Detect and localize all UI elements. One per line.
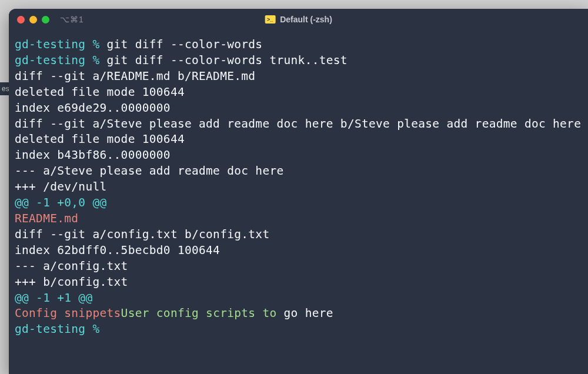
diff-plus-file: +++ /dev/null xyxy=(15,179,582,195)
diff-minus-file: --- a/config.txt xyxy=(15,259,582,275)
traffic-lights xyxy=(17,16,49,24)
window-titlebar[interactable]: ⌥⌘1 >_ Default (-zsh) xyxy=(9,9,588,30)
diff-output: deleted file mode 100644 xyxy=(15,132,582,148)
diff-hunk-header: @@ -1 +1 @@ xyxy=(15,290,582,306)
window-title-text: Default (-zsh) xyxy=(280,15,332,24)
command-text: git diff --color-words xyxy=(99,38,262,51)
prompt-text: gd-testing % xyxy=(15,54,99,67)
terminal-line: gd-testing % xyxy=(15,322,582,338)
diff-minus-file: --- a/Steve please add readme doc here xyxy=(15,163,582,179)
terminal-line: gd-testing % git diff --color-words trun… xyxy=(15,53,582,69)
terminal-content[interactable]: gd-testing % git diff --color-words gd-t… xyxy=(9,30,588,345)
diff-header: diff --git a/config.txt b/config.txt xyxy=(15,227,582,243)
keyboard-shortcut-label: ⌥⌘1 xyxy=(60,15,84,24)
diff-removed: README.md xyxy=(15,211,582,227)
diff-output: index e69de29..0000000 xyxy=(15,101,582,116)
minimize-icon[interactable] xyxy=(29,16,37,24)
diff-output: index 62bdff0..5becbd0 100644 xyxy=(15,243,582,259)
diff-output: deleted file mode 100644 xyxy=(15,85,582,101)
diff-output: index b43bf86..0000000 xyxy=(15,148,582,163)
fullscreen-icon[interactable] xyxy=(42,16,49,24)
diff-hunk-header: @@ -1 +0,0 @@ xyxy=(15,195,582,211)
diff-removed-words: Config snippets xyxy=(15,306,121,320)
diff-context-words: go here xyxy=(277,306,333,320)
diff-header: diff --git a/Steve please add readme doc… xyxy=(15,116,582,132)
terminal-icon: >_ xyxy=(265,15,275,24)
command-text: git diff --color-words trunk..test xyxy=(99,54,347,67)
diff-plus-file: +++ b/config.txt xyxy=(15,275,582,290)
prompt-text: gd-testing % xyxy=(15,38,99,51)
diff-word-change: Config snippetsUser config scripts to go… xyxy=(15,306,582,322)
diff-added-words: User config scripts to xyxy=(121,306,277,320)
terminal-window: ⌥⌘1 >_ Default (-zsh) gd-testing % git d… xyxy=(9,9,588,374)
window-title: >_ Default (-zsh) xyxy=(265,15,332,24)
diff-header: diff --git a/README.md b/README.md xyxy=(15,69,582,85)
close-icon[interactable] xyxy=(17,16,25,24)
prompt-text: gd-testing % xyxy=(15,322,99,336)
terminal-line: gd-testing % git diff --color-words xyxy=(15,37,582,53)
